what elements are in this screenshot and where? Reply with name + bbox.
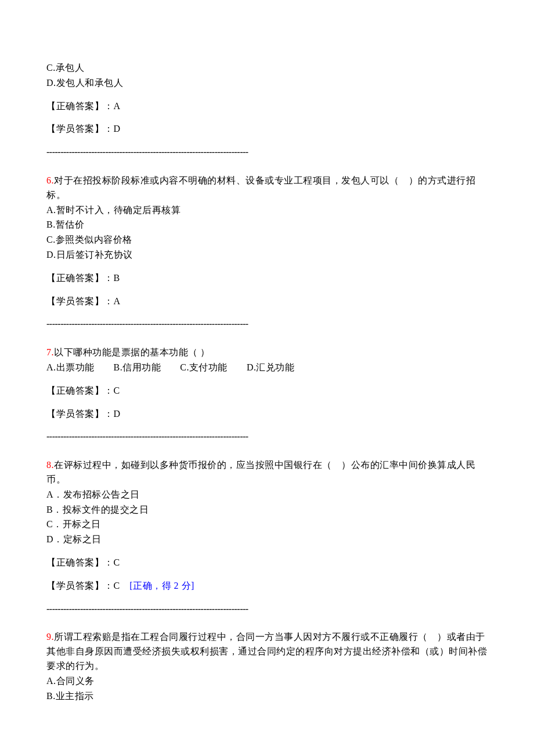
q7-number: 7. bbox=[46, 347, 54, 357]
q8-text: 在评标过程中，如碰到以多种货币报价的，应当按照中国银行在（ ）公布的汇率中间价换… bbox=[46, 460, 475, 484]
q5-option-c: C.承包人 bbox=[46, 61, 488, 75]
question-6: 6.对于在招投标阶段标准或内容不明确的材料、设备或专业工程项目，发包人可以（ ）… bbox=[46, 174, 488, 308]
q5-option-d: D.发包人和承包人 bbox=[46, 76, 488, 91]
q5-correct-answer: 【正确答案】：A bbox=[46, 99, 488, 114]
q6-correct-answer: 【正确答案】：B bbox=[46, 271, 488, 286]
q9-text-line: 9.所谓工程索赔是指在工程合同履行过程中，合同一方当事人因对方不履行或不正确履行… bbox=[46, 630, 488, 673]
q9-number: 9. bbox=[46, 632, 54, 642]
q8-correct-mark: [正确，得 2 分] bbox=[129, 581, 194, 591]
q6-option-d: D.日后签订补充协议 bbox=[46, 248, 488, 262]
q7-correct-answer: 【正确答案】：C bbox=[46, 384, 488, 398]
q8-option-b: B．投标文件的提交之日 bbox=[46, 503, 488, 517]
separator: ----------------------------------------… bbox=[46, 602, 488, 617]
q6-option-b: B.暂估价 bbox=[46, 218, 488, 232]
q6-option-c: C.参照类似内容价格 bbox=[46, 233, 488, 247]
q6-text: 对于在招投标阶段标准或内容不明确的材料、设备或专业工程项目，发包人可以（ ）的方… bbox=[46, 175, 475, 200]
q5-student-answer: 【学员答案】：D bbox=[46, 122, 488, 136]
q7-text-line: 7.以下哪种功能是票据的基本功能（ ） bbox=[46, 345, 488, 360]
q8-student-answer-line: 【学员答案】：C [正确，得 2 分] bbox=[46, 579, 488, 593]
q8-text-line: 8.在评标过程中，如碰到以多种货币报价的，应当按照中国银行在（ ）公布的汇率中间… bbox=[46, 458, 488, 487]
q9-text: 所谓工程索赔是指在工程合同履行过程中，合同一方当事人因对方不履行或不正确履行（ … bbox=[46, 632, 487, 671]
q6-student-answer: 【学员答案】：A bbox=[46, 294, 488, 309]
q8-correct-answer: 【正确答案】：C bbox=[46, 556, 488, 570]
q6-text-line: 6.对于在招投标阶段标准或内容不明确的材料、设备或专业工程项目，发包人可以（ ）… bbox=[46, 174, 488, 203]
separator: ----------------------------------------… bbox=[46, 317, 488, 332]
q8-option-d: D．定标之日 bbox=[46, 532, 488, 547]
q6-number: 6. bbox=[46, 175, 54, 185]
question-8: 8.在评标过程中，如碰到以多种货币报价的，应当按照中国银行在（ ）公布的汇率中间… bbox=[46, 458, 488, 593]
separator: ----------------------------------------… bbox=[46, 145, 488, 160]
q8-option-c: C．开标之日 bbox=[46, 517, 488, 532]
question-9: 9.所谓工程索赔是指在工程合同履行过程中，合同一方当事人因对方不履行或不正确履行… bbox=[46, 630, 488, 703]
q6-option-a: A.暂时不计入，待确定后再核算 bbox=[46, 203, 488, 218]
question-5-tail: C.承包人 D.发包人和承包人 【正确答案】：A 【学员答案】：D bbox=[46, 61, 488, 136]
q9-option-a: A.合同义务 bbox=[46, 674, 488, 689]
q7-student-answer: 【学员答案】：D bbox=[46, 407, 488, 422]
q7-options: A.出票功能 B.信用功能 C.支付功能 D.汇兑功能 bbox=[46, 361, 488, 375]
q8-number: 8. bbox=[46, 460, 54, 470]
q8-option-a: A．发布招标公告之日 bbox=[46, 488, 488, 502]
separator: ----------------------------------------… bbox=[46, 430, 488, 444]
question-7: 7.以下哪种功能是票据的基本功能（ ） A.出票功能 B.信用功能 C.支付功能… bbox=[46, 345, 488, 421]
q9-option-b: B.业主指示 bbox=[46, 689, 488, 704]
q7-text: 以下哪种功能是票据的基本功能（ ） bbox=[54, 347, 210, 357]
q8-student-answer: 【学员答案】：C bbox=[46, 581, 129, 591]
